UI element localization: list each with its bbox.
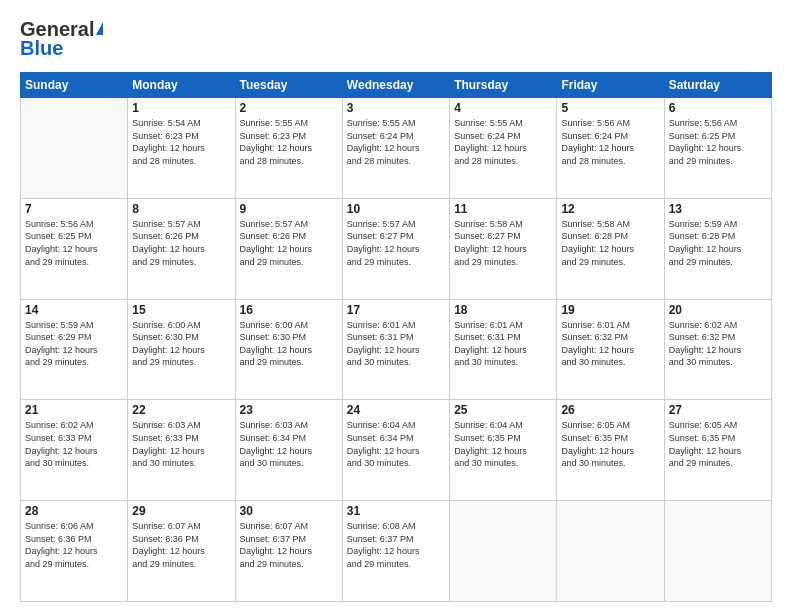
day-info: Sunrise: 5:58 AMSunset: 6:28 PMDaylight:… (561, 218, 659, 268)
day-number: 27 (669, 403, 767, 417)
day-info: Sunrise: 6:07 AMSunset: 6:37 PMDaylight:… (240, 520, 338, 570)
calendar-cell: 17Sunrise: 6:01 AMSunset: 6:31 PMDayligh… (342, 299, 449, 400)
day-number: 1 (132, 101, 230, 115)
day-number: 14 (25, 303, 123, 317)
calendar-cell: 7Sunrise: 5:56 AMSunset: 6:25 PMDaylight… (21, 198, 128, 299)
calendar-cell: 11Sunrise: 5:58 AMSunset: 6:27 PMDayligh… (450, 198, 557, 299)
day-number: 12 (561, 202, 659, 216)
calendar-cell: 28Sunrise: 6:06 AMSunset: 6:36 PMDayligh… (21, 501, 128, 602)
calendar-header-tuesday: Tuesday (235, 73, 342, 98)
day-info: Sunrise: 5:56 AMSunset: 6:25 PMDaylight:… (25, 218, 123, 268)
calendar-cell (664, 501, 771, 602)
day-info: Sunrise: 5:55 AMSunset: 6:23 PMDaylight:… (240, 117, 338, 167)
day-info: Sunrise: 5:57 AMSunset: 6:27 PMDaylight:… (347, 218, 445, 268)
day-info: Sunrise: 6:02 AMSunset: 6:32 PMDaylight:… (669, 319, 767, 369)
day-number: 2 (240, 101, 338, 115)
calendar-cell: 20Sunrise: 6:02 AMSunset: 6:32 PMDayligh… (664, 299, 771, 400)
calendar-header-sunday: Sunday (21, 73, 128, 98)
day-info: Sunrise: 5:55 AMSunset: 6:24 PMDaylight:… (347, 117, 445, 167)
logo-blue-text: Blue (20, 37, 63, 60)
calendar-cell: 4Sunrise: 5:55 AMSunset: 6:24 PMDaylight… (450, 98, 557, 199)
day-number: 18 (454, 303, 552, 317)
day-number: 23 (240, 403, 338, 417)
day-info: Sunrise: 6:01 AMSunset: 6:31 PMDaylight:… (454, 319, 552, 369)
day-info: Sunrise: 6:04 AMSunset: 6:35 PMDaylight:… (454, 419, 552, 469)
day-info: Sunrise: 6:00 AMSunset: 6:30 PMDaylight:… (132, 319, 230, 369)
day-number: 7 (25, 202, 123, 216)
day-number: 6 (669, 101, 767, 115)
day-number: 10 (347, 202, 445, 216)
day-info: Sunrise: 5:58 AMSunset: 6:27 PMDaylight:… (454, 218, 552, 268)
logo: General Blue (20, 18, 103, 60)
day-info: Sunrise: 5:55 AMSunset: 6:24 PMDaylight:… (454, 117, 552, 167)
day-info: Sunrise: 5:57 AMSunset: 6:26 PMDaylight:… (240, 218, 338, 268)
calendar-cell: 12Sunrise: 5:58 AMSunset: 6:28 PMDayligh… (557, 198, 664, 299)
calendar-week-4: 21Sunrise: 6:02 AMSunset: 6:33 PMDayligh… (21, 400, 772, 501)
calendar-cell: 14Sunrise: 5:59 AMSunset: 6:29 PMDayligh… (21, 299, 128, 400)
day-info: Sunrise: 5:54 AMSunset: 6:23 PMDaylight:… (132, 117, 230, 167)
day-info: Sunrise: 6:05 AMSunset: 6:35 PMDaylight:… (561, 419, 659, 469)
logo-triangle-icon (96, 22, 103, 35)
day-number: 22 (132, 403, 230, 417)
calendar-cell: 25Sunrise: 6:04 AMSunset: 6:35 PMDayligh… (450, 400, 557, 501)
day-number: 4 (454, 101, 552, 115)
day-info: Sunrise: 5:56 AMSunset: 6:25 PMDaylight:… (669, 117, 767, 167)
calendar-header-saturday: Saturday (664, 73, 771, 98)
calendar-cell: 6Sunrise: 5:56 AMSunset: 6:25 PMDaylight… (664, 98, 771, 199)
day-number: 13 (669, 202, 767, 216)
header: General Blue (20, 18, 772, 60)
day-info: Sunrise: 5:59 AMSunset: 6:29 PMDaylight:… (25, 319, 123, 369)
day-number: 21 (25, 403, 123, 417)
calendar-cell: 29Sunrise: 6:07 AMSunset: 6:36 PMDayligh… (128, 501, 235, 602)
calendar-cell: 1Sunrise: 5:54 AMSunset: 6:23 PMDaylight… (128, 98, 235, 199)
calendar-cell: 16Sunrise: 6:00 AMSunset: 6:30 PMDayligh… (235, 299, 342, 400)
calendar-cell: 5Sunrise: 5:56 AMSunset: 6:24 PMDaylight… (557, 98, 664, 199)
day-number: 20 (669, 303, 767, 317)
calendar-cell (450, 501, 557, 602)
calendar-week-5: 28Sunrise: 6:06 AMSunset: 6:36 PMDayligh… (21, 501, 772, 602)
day-number: 29 (132, 504, 230, 518)
day-info: Sunrise: 6:03 AMSunset: 6:34 PMDaylight:… (240, 419, 338, 469)
calendar-cell: 8Sunrise: 5:57 AMSunset: 6:26 PMDaylight… (128, 198, 235, 299)
calendar-cell: 26Sunrise: 6:05 AMSunset: 6:35 PMDayligh… (557, 400, 664, 501)
day-info: Sunrise: 5:56 AMSunset: 6:24 PMDaylight:… (561, 117, 659, 167)
day-info: Sunrise: 6:01 AMSunset: 6:31 PMDaylight:… (347, 319, 445, 369)
calendar-cell: 30Sunrise: 6:07 AMSunset: 6:37 PMDayligh… (235, 501, 342, 602)
day-number: 16 (240, 303, 338, 317)
calendar-cell (21, 98, 128, 199)
day-number: 9 (240, 202, 338, 216)
calendar-cell: 18Sunrise: 6:01 AMSunset: 6:31 PMDayligh… (450, 299, 557, 400)
calendar-week-3: 14Sunrise: 5:59 AMSunset: 6:29 PMDayligh… (21, 299, 772, 400)
day-number: 5 (561, 101, 659, 115)
day-info: Sunrise: 6:03 AMSunset: 6:33 PMDaylight:… (132, 419, 230, 469)
day-info: Sunrise: 5:59 AMSunset: 6:28 PMDaylight:… (669, 218, 767, 268)
calendar-week-2: 7Sunrise: 5:56 AMSunset: 6:25 PMDaylight… (21, 198, 772, 299)
day-number: 31 (347, 504, 445, 518)
calendar-header-row: SundayMondayTuesdayWednesdayThursdayFrid… (21, 73, 772, 98)
day-number: 17 (347, 303, 445, 317)
calendar-table: SundayMondayTuesdayWednesdayThursdayFrid… (20, 72, 772, 602)
day-number: 11 (454, 202, 552, 216)
calendar-cell: 9Sunrise: 5:57 AMSunset: 6:26 PMDaylight… (235, 198, 342, 299)
calendar-cell: 22Sunrise: 6:03 AMSunset: 6:33 PMDayligh… (128, 400, 235, 501)
day-number: 24 (347, 403, 445, 417)
day-info: Sunrise: 6:05 AMSunset: 6:35 PMDaylight:… (669, 419, 767, 469)
calendar-cell: 24Sunrise: 6:04 AMSunset: 6:34 PMDayligh… (342, 400, 449, 501)
day-info: Sunrise: 6:02 AMSunset: 6:33 PMDaylight:… (25, 419, 123, 469)
calendar-cell: 3Sunrise: 5:55 AMSunset: 6:24 PMDaylight… (342, 98, 449, 199)
day-number: 15 (132, 303, 230, 317)
calendar-header-monday: Monday (128, 73, 235, 98)
calendar-cell: 10Sunrise: 5:57 AMSunset: 6:27 PMDayligh… (342, 198, 449, 299)
page: General Blue SundayMondayTuesdayWednesda… (0, 0, 792, 612)
calendar-week-1: 1Sunrise: 5:54 AMSunset: 6:23 PMDaylight… (21, 98, 772, 199)
day-info: Sunrise: 6:00 AMSunset: 6:30 PMDaylight:… (240, 319, 338, 369)
calendar-cell: 31Sunrise: 6:08 AMSunset: 6:37 PMDayligh… (342, 501, 449, 602)
calendar-cell: 19Sunrise: 6:01 AMSunset: 6:32 PMDayligh… (557, 299, 664, 400)
day-info: Sunrise: 6:06 AMSunset: 6:36 PMDaylight:… (25, 520, 123, 570)
calendar-cell: 21Sunrise: 6:02 AMSunset: 6:33 PMDayligh… (21, 400, 128, 501)
day-info: Sunrise: 6:04 AMSunset: 6:34 PMDaylight:… (347, 419, 445, 469)
calendar-header-thursday: Thursday (450, 73, 557, 98)
calendar-cell: 27Sunrise: 6:05 AMSunset: 6:35 PMDayligh… (664, 400, 771, 501)
day-number: 25 (454, 403, 552, 417)
day-number: 3 (347, 101, 445, 115)
